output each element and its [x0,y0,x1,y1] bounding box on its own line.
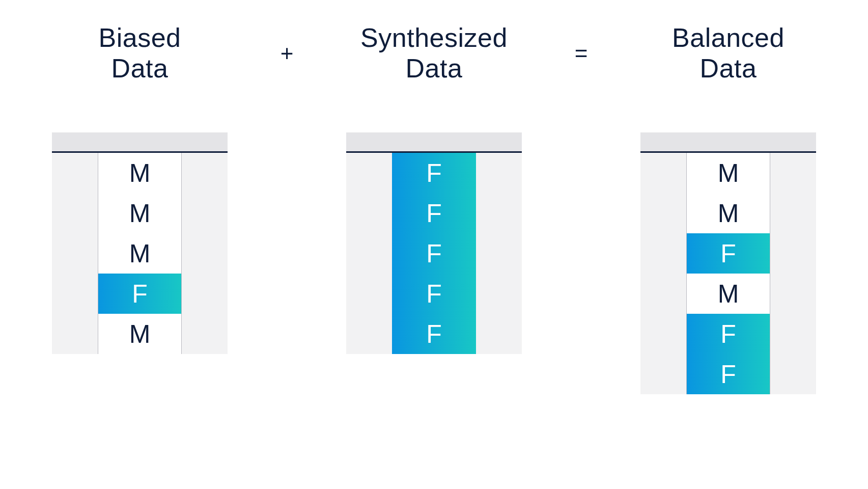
table-data-column: M M F M F F [686,153,770,394]
synthesized-data-title: SynthesizedData [360,20,508,87]
table-side-right [476,153,522,354]
data-cell: M [98,153,181,193]
table-side-right [770,153,816,394]
data-cell-highlighted: F [392,153,476,193]
biased-data-title: BiasedData [99,20,181,87]
table-data-column: M M M F M [98,153,182,354]
data-cell: M [687,153,770,193]
data-cell-highlighted: F [392,233,476,274]
table-side-left [52,153,98,354]
data-cell-highlighted: F [392,193,476,233]
data-cell: M [98,233,181,274]
synthesized-data-column: SynthesizedData F F F F F [338,20,531,354]
table-header [346,132,522,153]
biased-data-column: BiasedData M M M F M [43,20,237,354]
data-balancing-diagram: BiasedData M M M F M + SynthesizedData [0,0,868,394]
table-data-column-highlighted: F F F F F [392,153,476,354]
data-cell: M [98,314,181,354]
equals-operator: = [566,20,597,87]
data-cell: M [687,193,770,233]
plus-operator: + [272,20,302,87]
table-body: M M M F M [52,153,228,354]
table-side-left [346,153,392,354]
data-cell-highlighted: F [392,274,476,314]
data-cell-highlighted: F [392,314,476,354]
data-cell-highlighted: F [687,354,770,394]
balanced-data-title: BalancedData [672,20,785,87]
table-header [640,132,816,153]
data-cell-highlighted: F [687,233,770,274]
data-cell-highlighted: F [687,314,770,354]
synthesized-data-table: F F F F F [346,132,522,354]
table-body: M M F M F F [640,153,816,394]
data-cell: M [687,274,770,314]
table-side-left [640,153,686,394]
data-cell-highlighted: F [98,274,181,314]
biased-data-table: M M M F M [52,132,228,354]
balanced-data-column: BalancedData M M F M F F [632,20,825,394]
data-cell: M [98,193,181,233]
table-side-right [182,153,228,354]
table-body: F F F F F [346,153,522,354]
table-header [52,132,228,153]
balanced-data-table: M M F M F F [640,132,816,394]
